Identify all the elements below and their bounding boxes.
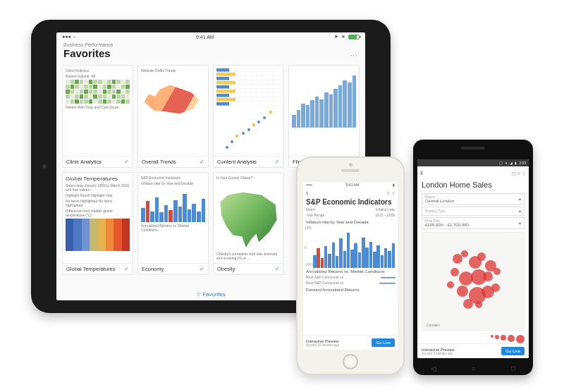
- metric-value[interactable]: Inflation rate: [375, 207, 395, 212]
- ipad-status-bar: ●●● ⌢ 9:41 AM ➤ ∗: [56, 32, 365, 41]
- preview-label: Interactive Preview Synced 18 minutes ag…: [306, 339, 339, 347]
- android-device: ▢ ∗ ◢ ▮ 3:03 ‹ ▢ ☆ ⋮ London Home Sales R…: [413, 140, 533, 375]
- page-title: S&P Economic Indicators: [303, 198, 398, 207]
- bottom-tab-label: Favorites: [202, 291, 226, 298]
- star-icon[interactable]: ☆: [391, 191, 395, 195]
- page-title: London Home Sales: [417, 179, 529, 192]
- favorite-icon[interactable]: ✓: [275, 159, 280, 165]
- line-chart-preview: [292, 68, 356, 128]
- filter-value: Central London: [425, 199, 454, 203]
- favorite-icon[interactable]: ✓: [124, 266, 129, 272]
- more-button[interactable]: ···: [350, 51, 358, 59]
- back-button[interactable]: ‹: [306, 189, 308, 197]
- chevron-down-icon: ▾: [519, 221, 521, 226]
- card-global-temperatures[interactable]: Global Temperatures Select date January …: [62, 172, 133, 275]
- android-nav-bar: ◁ ○ □: [413, 365, 533, 372]
- android-screen: ▢ ∗ ◢ ▮ 3:03 ‹ ▢ ☆ ⋮ London Home Sales R…: [417, 159, 529, 358]
- card-subhead: S&P Economic Indicators: [141, 176, 205, 180]
- dot-strip: ●●●●●●●●●●: [381, 275, 395, 279]
- favorite-icon[interactable]: ✓: [275, 266, 280, 272]
- star-icon[interactable]: ☆: [517, 171, 520, 176]
- card-note: Patient Wait Time and Care Score: [66, 105, 130, 109]
- card-note: No items highlighted No items highlighte…: [66, 199, 130, 207]
- nav-home-icon[interactable]: ○: [472, 365, 476, 372]
- card-content-analysis[interactable]: Content Analysis ✓: [213, 65, 284, 168]
- favorite-icon[interactable]: ✓: [124, 159, 129, 165]
- back-button[interactable]: ‹: [420, 168, 423, 178]
- section-title: Forward Annualized Returns: [303, 286, 398, 293]
- iphone-home-button[interactable]: [343, 354, 358, 369]
- iphone-device: ••••• 9:41 AM ▮ ‹ ⇪ ☆ S&P Economic Indic…: [296, 157, 405, 375]
- cast-icon[interactable]: ▢: [512, 171, 516, 176]
- heatmap-preview: [66, 80, 130, 104]
- chevron-down-icon: ▾: [519, 197, 521, 202]
- map-label: Camden: [427, 323, 440, 327]
- axis-tick: -10%: [305, 262, 313, 267]
- sub-label: Real S&P Composite vs.: [306, 275, 345, 279]
- card-economy[interactable]: S&P Economic Indicators Inflation rate b…: [137, 172, 209, 275]
- go-live-button[interactable]: Go Live: [372, 338, 395, 347]
- card-obesity[interactable]: Is Your County Obese? Obesity's correlat…: [213, 172, 284, 275]
- battery-icon: ▮: [515, 161, 517, 165]
- filter-price-paid[interactable]: Price Paid £100,000 – £1,700,000 ▾: [422, 217, 525, 229]
- section-title: Inflation rate by Year and Decade: [303, 219, 398, 226]
- status-time: 3:03: [519, 161, 526, 165]
- inflation-bar-chart: [303, 226, 398, 268]
- card-title: Content Analysis: [217, 159, 257, 165]
- card-clinic-analytics[interactable]: Clinic Analytics Patient Volume: 49 Pati…: [62, 65, 133, 168]
- android-speaker: [461, 147, 485, 149]
- filter-value: £100,000 – £1,700,000: [425, 223, 469, 227]
- card-title: Global Temperatures: [66, 266, 115, 272]
- star-icon: ☆: [196, 291, 201, 298]
- map-view[interactable]: Camden: [422, 232, 525, 331]
- filter-property-type[interactable]: Property Type ▾: [422, 207, 525, 216]
- status-time: 9:41 AM: [196, 35, 214, 39]
- card-flight-delays[interactable]: Flight Delays ✓: [288, 65, 360, 168]
- scatter-preview: [216, 107, 281, 153]
- bluetooth-icon: ∗: [505, 161, 508, 165]
- battery-icon: ▮: [393, 183, 395, 187]
- sub-label: Real S&P Composite vs.: [306, 281, 345, 285]
- iphone-screen: ••••• 9:41 AM ▮ ‹ ⇪ ☆ S&P Economic Indic…: [303, 182, 398, 350]
- card-note: Obesity's correlation with diet, exercis…: [216, 252, 281, 260]
- breadcrumb[interactable]: Business Performance: [63, 42, 113, 47]
- signal-icon: •••••: [306, 183, 312, 187]
- more-icon[interactable]: ⋮: [522, 171, 526, 176]
- range-label: Year Range: [306, 213, 324, 217]
- section-title: Annualized Returns vs. Market Conditions: [303, 268, 398, 275]
- card-title: Overall Trends: [142, 159, 176, 165]
- range-value[interactable]: 1910 – 2009: [375, 213, 395, 217]
- us-map-preview: [216, 181, 281, 250]
- card-note: Patient Volume: 49: [66, 74, 130, 78]
- cast-icon: ▢: [499, 161, 503, 165]
- favorite-icon[interactable]: ✓: [200, 159, 204, 165]
- nav-back-icon[interactable]: ◁: [431, 365, 436, 372]
- nav-recent-icon[interactable]: □: [511, 365, 515, 372]
- export-icon[interactable]: ⇪: [386, 191, 390, 195]
- axis-tick: 10%: [305, 226, 312, 230]
- location-icon: ➤: [334, 34, 338, 39]
- iphone-speaker: [341, 169, 360, 172]
- dotplot-preview: [216, 68, 281, 106]
- battery-icon: [348, 35, 360, 39]
- card-note: Annualized Returns vs. Market Conditions: [141, 223, 205, 232]
- temperature-heatmap: [66, 219, 130, 251]
- metric-label: Metric: [306, 207, 316, 212]
- favorite-icon[interactable]: ✓: [200, 266, 204, 272]
- card-note: Select date January 1850 to March 2016 a…: [66, 183, 130, 192]
- card-note: Difference from median global temperatur…: [66, 209, 130, 217]
- card-subhead: Clinic Analytics: [66, 68, 130, 73]
- card-title: Clinic Analytics: [66, 159, 102, 165]
- world-map-preview: [141, 74, 205, 125]
- dot-strip: ●●●●●●●●●●●: [379, 281, 395, 285]
- card-title: Economy: [142, 266, 164, 272]
- filter-region[interactable]: Region Central London ▾: [422, 193, 525, 205]
- go-live-button[interactable]: Go Live: [501, 347, 525, 355]
- signal-icon: ◢: [510, 161, 513, 165]
- card-note: Inflation rate by Year and Decade: [141, 181, 205, 185]
- card-overall-trends[interactable]: Website Traffic Trends Overall Trends ✓: [137, 65, 209, 168]
- android-status-bar: ▢ ∗ ◢ ▮ 3:03: [417, 159, 529, 166]
- page-title: Favorites: [63, 47, 113, 59]
- bluetooth-icon: ∗: [341, 34, 345, 39]
- card-subhead: Website Traffic Trends: [141, 68, 205, 73]
